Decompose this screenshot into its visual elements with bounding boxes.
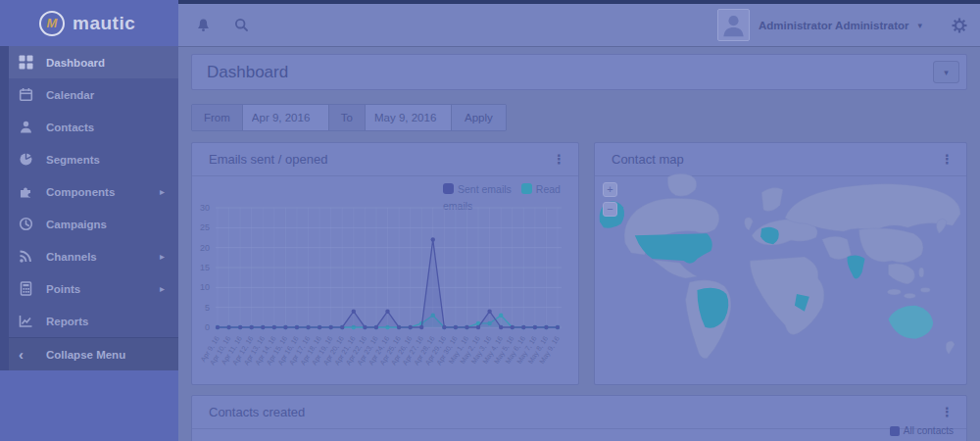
panel-menu-icon[interactable]: ⋮ (941, 153, 954, 166)
caret-down-icon: ▾ (944, 68, 949, 77)
dashboard-grid-icon (19, 55, 33, 70)
sidebar-item-segments[interactable]: Segments (9, 143, 178, 175)
emails-panel-title: Emails sent / opened (209, 152, 327, 167)
date-range-filter: From To Apply (191, 104, 507, 131)
svg-text:20: 20 (200, 243, 210, 253)
brand-name: mautic (73, 13, 135, 34)
date-from-input[interactable] (243, 105, 329, 130)
panel-menu-icon[interactable]: ⋮ (941, 406, 954, 418)
sidebar-item-label: Points (46, 283, 80, 295)
panel-menu-icon[interactable]: ⋮ (553, 153, 565, 166)
legend-label: All contacts (904, 425, 954, 436)
line-chart-icon (19, 314, 33, 328)
chevron-right-icon: ▸ (160, 186, 165, 197)
calendar-icon (19, 87, 33, 102)
broadcast-icon (19, 249, 33, 264)
brand-logo[interactable]: M mautic (0, 0, 178, 46)
chevron-right-icon: ▸ (160, 251, 165, 262)
sidebar-item-components[interactable]: Components ▸ (9, 175, 178, 208)
topbar-user-area: Administrator Administrator ▾ (717, 9, 968, 41)
dashboard-options-button[interactable]: ▾ (933, 61, 959, 83)
svg-text:10: 10 (200, 282, 210, 292)
pie-chart-icon (19, 152, 33, 167)
svg-text:0: 0 (205, 322, 210, 332)
logo-letter: M (47, 16, 58, 30)
to-label: To (329, 105, 366, 130)
svg-text:30: 30 (200, 203, 210, 213)
user-avatar[interactable] (717, 9, 750, 41)
sidebar-item-label: Segments (46, 154, 100, 166)
page-title: Dashboard (207, 63, 288, 82)
collapse-menu-label: Collapse Menu (46, 349, 125, 361)
contact-map-panel: Contact map ⋮ (594, 142, 967, 385)
calculator-icon (19, 281, 33, 296)
notifications-bell-icon[interactable] (196, 18, 211, 32)
legend-swatch (521, 183, 532, 194)
legend-swatch (443, 183, 454, 194)
sidebar-item-calendar[interactable]: Calendar (9, 78, 178, 111)
user-menu[interactable]: Administrator Administrator (759, 20, 909, 31)
contacts-created-panel: Contacts created ⋮ All contacts (191, 395, 967, 441)
chevron-right-icon: ▸ (160, 283, 165, 294)
date-to-input[interactable] (366, 105, 452, 130)
legend-item: Sent emails (443, 183, 512, 195)
map-panel-header: Contact map ⋮ (595, 143, 966, 176)
sidebar-menu: Dashboard Calendar Contacts Segments Com… (0, 46, 178, 370)
sidebar-item-channels[interactable]: Channels ▸ (9, 240, 178, 272)
sidebar: M mautic Dashboard Calendar Contacts (0, 0, 178, 441)
sidebar-item-campaigns[interactable]: Campaigns (9, 208, 178, 240)
main-content: Dashboard ▾ From To Apply Emails sent / … (178, 46, 980, 441)
caret-down-icon: ▾ (917, 21, 922, 30)
sidebar-item-points[interactable]: Points ▸ (9, 272, 178, 305)
sidebar-item-label: Campaigns (46, 219, 107, 230)
sidebar-item-contacts[interactable]: Contacts (9, 111, 178, 143)
clock-icon (19, 217, 33, 231)
svg-text:25: 25 (200, 222, 210, 232)
contacts-panel-header: Contacts created ⋮ (192, 396, 966, 429)
contacts-chart-legend: All contacts (890, 425, 954, 436)
sidebar-item-label: Contacts (46, 122, 94, 133)
collapse-menu-button[interactable]: ‹ Collapse Menu (9, 337, 178, 370)
map-panel-title: Contact map (612, 152, 684, 167)
sidebar-item-label: Components (46, 186, 115, 198)
sidebar-item-dashboard[interactable]: Dashboard (9, 46, 178, 78)
map-zoom-in-button[interactable]: + (603, 182, 617, 197)
emails-line-chart: 051015202530Apr 9, 16Apr 10, 16Apr 11, 1… (192, 198, 578, 382)
search-icon[interactable] (234, 18, 249, 32)
sidebar-item-reports[interactable]: Reports (9, 305, 178, 337)
world-map[interactable] (598, 172, 964, 374)
page-header: Dashboard ▾ (191, 54, 967, 90)
emails-panel: Emails sent / opened ⋮ Sent emailsRead e… (191, 142, 579, 385)
apply-button[interactable]: Apply (452, 105, 506, 130)
legend-swatch (890, 426, 900, 436)
contacts-panel-title: Contacts created (209, 405, 305, 419)
svg-text:15: 15 (200, 263, 210, 272)
sidebar-item-label: Calendar (46, 89, 94, 101)
topbar: Administrator Administrator ▾ (178, 0, 980, 46)
emails-panel-header: Emails sent / opened ⋮ (192, 143, 578, 176)
sidebar-item-label: Channels (46, 251, 97, 263)
map-zoom-out-button[interactable]: − (603, 202, 617, 217)
mautic-logo-icon: M (39, 11, 65, 36)
svg-text:5: 5 (205, 303, 210, 313)
puzzle-icon (19, 184, 33, 199)
from-label: From (192, 105, 243, 130)
chevron-left-icon: ‹ (19, 347, 33, 362)
person-icon (19, 120, 33, 134)
settings-gear-icon[interactable] (951, 17, 968, 34)
sidebar-item-label: Dashboard (46, 57, 105, 69)
sidebar-item-label: Reports (46, 316, 88, 327)
